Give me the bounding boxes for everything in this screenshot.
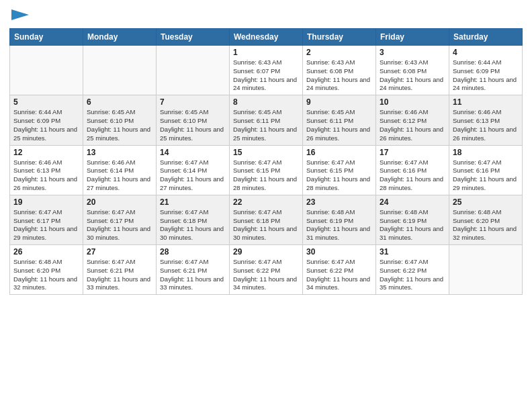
calendar-cell xyxy=(449,245,523,295)
day-number: 26 xyxy=(13,247,79,257)
day-info: Sunrise: 6:47 AMSunset: 6:21 PMDaylight:… xyxy=(160,258,226,292)
calendar-cell: 22Sunrise: 6:47 AMSunset: 6:18 PMDayligh… xyxy=(230,195,303,244)
day-info: Sunrise: 6:48 AMSunset: 6:20 PMDaylight:… xyxy=(453,208,519,242)
calendar-cell: 12Sunrise: 6:46 AMSunset: 6:13 PMDayligh… xyxy=(10,145,83,195)
calendar-cell: 31Sunrise: 6:47 AMSunset: 6:22 PMDayligh… xyxy=(376,245,449,295)
day-number: 17 xyxy=(380,148,445,157)
day-number: 16 xyxy=(306,148,372,157)
calendar-header-wednesday: Wednesday xyxy=(230,29,303,46)
day-info: Sunrise: 6:47 AMSunset: 6:15 PMDaylight:… xyxy=(233,158,299,193)
calendar-cell: 28Sunrise: 6:47 AMSunset: 6:21 PMDayligh… xyxy=(157,245,230,295)
calendar-cell: 27Sunrise: 6:47 AMSunset: 6:21 PMDayligh… xyxy=(83,245,157,295)
day-info: Sunrise: 6:43 AMSunset: 6:07 PMDaylight:… xyxy=(233,58,299,93)
calendar-week-row: 26Sunrise: 6:48 AMSunset: 6:20 PMDayligh… xyxy=(10,245,523,295)
calendar-week-row: 19Sunrise: 6:47 AMSunset: 6:17 PMDayligh… xyxy=(10,195,523,244)
day-number: 21 xyxy=(160,197,226,207)
day-number: 23 xyxy=(306,197,372,207)
day-info: Sunrise: 6:47 AMSunset: 6:17 PMDaylight:… xyxy=(13,208,79,242)
day-info: Sunrise: 6:47 AMSunset: 6:16 PMDaylight:… xyxy=(380,158,445,193)
day-info: Sunrise: 6:47 AMSunset: 6:15 PMDaylight:… xyxy=(306,158,372,193)
calendar-week-row: 1Sunrise: 6:43 AMSunset: 6:07 PMDaylight… xyxy=(10,46,523,95)
day-number: 29 xyxy=(233,247,299,257)
calendar-cell: 29Sunrise: 6:47 AMSunset: 6:22 PMDayligh… xyxy=(230,245,303,295)
day-number: 31 xyxy=(380,247,445,257)
calendar-cell: 18Sunrise: 6:47 AMSunset: 6:16 PMDayligh… xyxy=(449,145,523,195)
day-number: 20 xyxy=(87,197,152,207)
calendar-header-saturday: Saturday xyxy=(449,29,523,46)
day-info: Sunrise: 6:47 AMSunset: 6:18 PMDaylight:… xyxy=(233,208,299,242)
day-info: Sunrise: 6:48 AMSunset: 6:19 PMDaylight:… xyxy=(306,208,372,242)
calendar-header-friday: Friday xyxy=(376,29,449,46)
day-info: Sunrise: 6:47 AMSunset: 6:22 PMDaylight:… xyxy=(380,258,445,292)
calendar-cell: 9Sunrise: 6:45 AMSunset: 6:11 PMDaylight… xyxy=(303,95,376,145)
day-info: Sunrise: 6:43 AMSunset: 6:08 PMDaylight:… xyxy=(380,58,445,93)
calendar-cell: 30Sunrise: 6:47 AMSunset: 6:22 PMDayligh… xyxy=(303,245,376,295)
calendar-cell: 16Sunrise: 6:47 AMSunset: 6:15 PMDayligh… xyxy=(303,145,376,195)
calendar-cell: 1Sunrise: 6:43 AMSunset: 6:07 PMDaylight… xyxy=(230,46,303,95)
calendar-cell: 11Sunrise: 6:46 AMSunset: 6:13 PMDayligh… xyxy=(449,95,523,145)
calendar-cell: 19Sunrise: 6:47 AMSunset: 6:17 PMDayligh… xyxy=(10,195,83,244)
calendar-cell: 14Sunrise: 6:47 AMSunset: 6:14 PMDayligh… xyxy=(157,145,230,195)
day-info: Sunrise: 6:47 AMSunset: 6:21 PMDaylight:… xyxy=(87,258,152,292)
day-number: 9 xyxy=(306,97,372,107)
day-info: Sunrise: 6:48 AMSunset: 6:20 PMDaylight:… xyxy=(13,258,79,292)
calendar-cell: 4Sunrise: 6:44 AMSunset: 6:09 PMDaylight… xyxy=(449,46,523,95)
day-info: Sunrise: 6:44 AMSunset: 6:09 PMDaylight:… xyxy=(453,58,519,93)
calendar-week-row: 12Sunrise: 6:46 AMSunset: 6:13 PMDayligh… xyxy=(10,145,523,195)
day-number: 14 xyxy=(160,148,226,157)
day-number: 4 xyxy=(453,48,519,57)
day-info: Sunrise: 6:46 AMSunset: 6:12 PMDaylight:… xyxy=(380,108,445,142)
calendar-cell: 20Sunrise: 6:47 AMSunset: 6:17 PMDayligh… xyxy=(83,195,157,244)
header xyxy=(9,7,523,23)
day-info: Sunrise: 6:47 AMSunset: 6:17 PMDaylight:… xyxy=(87,208,152,242)
calendar-cell: 8Sunrise: 6:45 AMSunset: 6:11 PMDaylight… xyxy=(230,95,303,145)
day-number: 18 xyxy=(453,148,519,157)
calendar-cell: 23Sunrise: 6:48 AMSunset: 6:19 PMDayligh… xyxy=(303,195,376,244)
day-number: 10 xyxy=(380,97,445,107)
day-info: Sunrise: 6:47 AMSunset: 6:14 PMDaylight:… xyxy=(160,158,226,193)
day-number: 5 xyxy=(13,97,79,107)
day-number: 6 xyxy=(87,97,152,107)
day-number: 7 xyxy=(160,97,226,107)
day-number: 3 xyxy=(380,48,445,57)
day-info: Sunrise: 6:47 AMSunset: 6:18 PMDaylight:… xyxy=(160,208,226,242)
svg-marker-0 xyxy=(11,9,29,20)
calendar-header-row: SundayMondayTuesdayWednesdayThursdayFrid… xyxy=(10,29,523,46)
day-number: 11 xyxy=(453,97,519,107)
logo xyxy=(9,9,29,23)
calendar-cell: 25Sunrise: 6:48 AMSunset: 6:20 PMDayligh… xyxy=(449,195,523,244)
calendar-cell: 26Sunrise: 6:48 AMSunset: 6:20 PMDayligh… xyxy=(10,245,83,295)
calendar-cell: 21Sunrise: 6:47 AMSunset: 6:18 PMDayligh… xyxy=(157,195,230,244)
day-info: Sunrise: 6:47 AMSunset: 6:22 PMDaylight:… xyxy=(233,258,299,292)
calendar-cell: 15Sunrise: 6:47 AMSunset: 6:15 PMDayligh… xyxy=(230,145,303,195)
calendar-cell xyxy=(10,46,83,95)
day-number: 27 xyxy=(87,247,152,257)
day-number: 30 xyxy=(306,247,372,257)
calendar-cell: 2Sunrise: 6:43 AMSunset: 6:08 PMDaylight… xyxy=(303,46,376,95)
day-info: Sunrise: 6:44 AMSunset: 6:09 PMDaylight:… xyxy=(13,108,79,142)
calendar-cell: 24Sunrise: 6:48 AMSunset: 6:19 PMDayligh… xyxy=(376,195,449,244)
day-number: 24 xyxy=(380,197,445,207)
day-number: 12 xyxy=(13,148,79,157)
day-info: Sunrise: 6:46 AMSunset: 6:14 PMDaylight:… xyxy=(87,158,152,193)
day-info: Sunrise: 6:47 AMSunset: 6:16 PMDaylight:… xyxy=(453,158,519,193)
day-number: 28 xyxy=(160,247,226,257)
calendar-header-tuesday: Tuesday xyxy=(157,29,230,46)
calendar-cell: 13Sunrise: 6:46 AMSunset: 6:14 PMDayligh… xyxy=(83,145,157,195)
day-info: Sunrise: 6:45 AMSunset: 6:10 PMDaylight:… xyxy=(160,108,226,142)
day-number: 22 xyxy=(233,197,299,207)
calendar-header-sunday: Sunday xyxy=(10,29,83,46)
calendar-cell: 6Sunrise: 6:45 AMSunset: 6:10 PMDaylight… xyxy=(83,95,157,145)
page: SundayMondayTuesdayWednesdayThursdayFrid… xyxy=(0,0,532,411)
calendar-cell: 7Sunrise: 6:45 AMSunset: 6:10 PMDaylight… xyxy=(157,95,230,145)
day-info: Sunrise: 6:46 AMSunset: 6:13 PMDaylight:… xyxy=(453,108,519,142)
calendar-table: SundayMondayTuesdayWednesdayThursdayFrid… xyxy=(9,28,523,295)
day-number: 2 xyxy=(306,48,372,57)
calendar-cell: 17Sunrise: 6:47 AMSunset: 6:16 PMDayligh… xyxy=(376,145,449,195)
day-number: 8 xyxy=(233,97,299,107)
day-info: Sunrise: 6:45 AMSunset: 6:11 PMDaylight:… xyxy=(233,108,299,142)
calendar-cell xyxy=(157,46,230,95)
calendar-cell: 10Sunrise: 6:46 AMSunset: 6:12 PMDayligh… xyxy=(376,95,449,145)
day-number: 25 xyxy=(453,197,519,207)
calendar-week-row: 5Sunrise: 6:44 AMSunset: 6:09 PMDaylight… xyxy=(10,95,523,145)
